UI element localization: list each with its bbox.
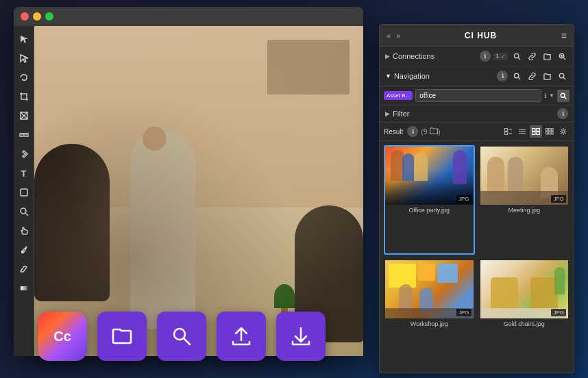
search-go-button[interactable] bbox=[557, 90, 569, 102]
item-4-filename: Gold chairs.jpg bbox=[480, 318, 569, 329]
tool-zoom[interactable] bbox=[16, 204, 32, 219]
svg-rect-34 bbox=[537, 129, 540, 131]
connections-checkmark: ✓ bbox=[500, 53, 506, 60]
item-3-type-badge: JPG bbox=[456, 309, 471, 316]
tool-select[interactable] bbox=[16, 32, 32, 47]
view-mode-controls bbox=[502, 125, 569, 138]
tool-brush[interactable] bbox=[16, 242, 32, 257]
connections-arrow[interactable]: ▶ bbox=[385, 53, 390, 60]
result-item-workshop[interactable]: JPG Workshop.jpg bbox=[384, 259, 475, 368]
connections-search-btn[interactable] bbox=[511, 50, 523, 62]
view-list-small-btn[interactable] bbox=[502, 125, 515, 138]
item-2-filename: Meeting.jpg bbox=[480, 205, 569, 216]
view-grid-2-btn[interactable] bbox=[530, 125, 542, 138]
svg-line-13 bbox=[184, 338, 190, 344]
item-1-type-badge: JPG bbox=[456, 195, 471, 203]
filter-arrow[interactable]: ▶ bbox=[385, 110, 390, 117]
view-grid-3-btn[interactable] bbox=[543, 125, 556, 138]
result-count: (9 bbox=[421, 128, 427, 136]
navigation-icons bbox=[511, 70, 568, 82]
folder-icon bbox=[111, 325, 133, 347]
svg-rect-38 bbox=[549, 129, 551, 131]
panel-nav-controls: « » bbox=[387, 32, 400, 40]
tool-text[interactable]: T bbox=[16, 166, 32, 181]
tool-pen[interactable] bbox=[16, 147, 32, 162]
connections-info[interactable]: ℹ bbox=[480, 51, 491, 62]
navigation-folder-btn[interactable] bbox=[541, 70, 553, 82]
navigation-link-btn[interactable] bbox=[526, 70, 538, 82]
navigation-magnify-btn[interactable] bbox=[556, 70, 568, 82]
tool-hand[interactable] bbox=[16, 223, 32, 238]
tool-crop[interactable] bbox=[16, 89, 32, 104]
thumb-gold-chairs-img: JPG bbox=[480, 260, 569, 318]
result-label: Result bbox=[384, 128, 403, 136]
result-item-meeting[interactable]: JPG Meeting.jpg bbox=[479, 145, 570, 255]
panel-menu-button[interactable]: ≡ bbox=[561, 30, 567, 41]
window-titlebar bbox=[14, 7, 363, 26]
result-item-office-party[interactable]: JPG Office party.jpg bbox=[384, 145, 475, 255]
svg-rect-39 bbox=[552, 129, 554, 131]
item-3-filename: Workshop.jpg bbox=[385, 318, 474, 329]
photoshop-window: T bbox=[14, 7, 363, 356]
svg-point-43 bbox=[562, 130, 565, 133]
tool-direct-select[interactable] bbox=[16, 51, 32, 66]
tool-frame[interactable] bbox=[16, 108, 32, 123]
svg-rect-33 bbox=[532, 129, 536, 131]
filter-label: Filter bbox=[393, 110, 554, 118]
canvas-area bbox=[34, 26, 363, 356]
adobe-cc-logo[interactable]: Cc bbox=[38, 312, 87, 361]
view-list-btn[interactable] bbox=[516, 125, 528, 138]
connections-folder-btn[interactable] bbox=[541, 50, 553, 62]
svg-point-14 bbox=[514, 53, 518, 58]
tool-gradient[interactable] bbox=[16, 281, 32, 296]
connections-section: ▶ Connections ℹ 1 ✓ bbox=[380, 47, 574, 66]
connections-icons bbox=[511, 50, 568, 62]
download-button[interactable] bbox=[276, 312, 326, 361]
maximize-button[interactable] bbox=[45, 12, 53, 21]
svg-line-17 bbox=[563, 57, 565, 59]
asset-type-badge[interactable]: Asset B... bbox=[384, 91, 413, 100]
panel-title: CI HUB bbox=[465, 31, 497, 40]
panel-forward-btn[interactable]: » bbox=[396, 32, 400, 40]
open-button[interactable] bbox=[97, 312, 147, 361]
svg-point-10 bbox=[21, 251, 23, 253]
svg-rect-26 bbox=[505, 129, 508, 131]
download-icon bbox=[290, 325, 312, 347]
item-2-type-badge: JPG bbox=[551, 195, 566, 203]
minimize-button[interactable] bbox=[33, 12, 41, 21]
result-row: Result ℹ (9 ) bbox=[380, 123, 574, 141]
svg-point-24 bbox=[561, 93, 565, 97]
result-info[interactable]: ℹ bbox=[407, 126, 418, 137]
connections-magnify-btn[interactable] bbox=[556, 50, 568, 62]
result-item-gold-chairs[interactable]: JPG Gold chairs.jpg bbox=[479, 259, 570, 368]
svg-line-21 bbox=[517, 77, 519, 79]
navigation-section: ▼ Navigation ℹ bbox=[380, 66, 574, 86]
search-icon bbox=[171, 325, 193, 347]
navigation-info[interactable]: ℹ bbox=[497, 71, 508, 81]
navigation-search-btn[interactable] bbox=[511, 70, 523, 82]
tool-shape[interactable] bbox=[16, 185, 32, 200]
connections-count-badge: 1 ✓ bbox=[493, 53, 508, 60]
upload-button[interactable] bbox=[217, 312, 266, 361]
tool-eraser[interactable] bbox=[16, 262, 32, 277]
filter-info[interactable]: ℹ bbox=[557, 108, 568, 119]
svg-rect-28 bbox=[505, 132, 508, 135]
search-info-btn[interactable]: ℹ bbox=[544, 92, 546, 99]
svg-line-9 bbox=[25, 213, 28, 216]
close-button[interactable] bbox=[21, 12, 29, 21]
connections-link-btn[interactable] bbox=[526, 50, 538, 62]
tool-lasso[interactable] bbox=[16, 70, 32, 85]
filter-section: ▶ Filter ℹ bbox=[380, 105, 574, 123]
navigation-arrow[interactable]: ▼ bbox=[385, 73, 391, 79]
thumb-office-party-img: JPG bbox=[385, 147, 474, 205]
panel-back-btn[interactable]: « bbox=[387, 32, 391, 40]
search-dropdown-btn[interactable]: ▼ bbox=[549, 92, 554, 99]
search-button[interactable] bbox=[157, 312, 206, 361]
view-settings-btn[interactable] bbox=[557, 125, 569, 138]
search-field[interactable] bbox=[415, 89, 541, 102]
item-4-type-badge: JPG bbox=[551, 309, 566, 316]
svg-point-8 bbox=[21, 208, 26, 214]
svg-line-23 bbox=[563, 77, 565, 79]
svg-line-15 bbox=[517, 57, 519, 59]
tool-ruler[interactable] bbox=[16, 127, 32, 142]
